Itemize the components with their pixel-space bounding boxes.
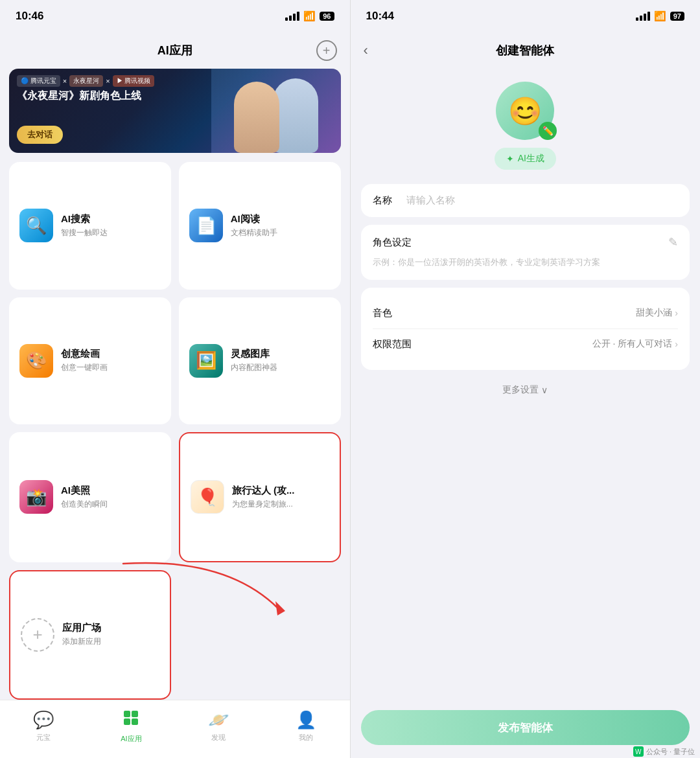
character-2 <box>273 78 318 153</box>
publish-label: 发布智能体 <box>498 720 553 735</box>
ai-photo-icon: 📸 <box>19 480 53 514</box>
right-status-icons: 📶 97 <box>636 10 684 22</box>
more-settings-chevron: ∨ <box>541 385 548 395</box>
banner-title: 《永夜星河》新剧角色上线 <box>17 89 141 103</box>
banner-characters <box>211 69 341 153</box>
role-example-text[interactable]: 示例：你是一位活泼开朗的英语外教，专业定制英语学习方案 <box>373 256 679 270</box>
travel-name: 旅行达人 (攻... <box>232 485 295 497</box>
right-wifi-icon: 📶 <box>654 10 666 22</box>
ai-read-name: AI阅读 <box>231 213 277 225</box>
wifi-icon: 📶 <box>303 10 316 22</box>
travel-desc: 为您量身定制旅... <box>232 499 295 510</box>
name-field-section[interactable]: 名称 请输入名称 <box>361 184 690 217</box>
right-time: 10:44 <box>366 10 394 23</box>
app-card-ai-search[interactable]: 🔍 AI搜索 智搜一触即达 <box>9 162 171 290</box>
ai-search-text: AI搜索 智搜一触即达 <box>61 213 108 238</box>
right-nav-title: 创建智能体 <box>496 43 554 58</box>
watermark: W 公众号 · 量子位 <box>633 746 695 757</box>
wechat-icon: W <box>633 746 644 757</box>
right-nav-header: ‹ 创建智能体 <box>351 32 701 69</box>
publish-button[interactable]: 发布智能体 <box>361 710 690 745</box>
avatar-section: 😊 ✏️ ✦ AI生成 <box>361 75 690 176</box>
nav-item-mine[interactable]: 👤 我的 <box>296 710 316 742</box>
chevron-right-icon-2: › <box>675 339 678 349</box>
nav-item-yuanbao[interactable]: 💬 元宝 <box>33 710 54 742</box>
watermark-text: 公众号 · 量子位 <box>646 747 695 757</box>
discover-label: 发现 <box>211 733 226 742</box>
gallery-icon: 🖼️ <box>189 344 223 378</box>
voice-value: 甜美小涵 › <box>636 307 678 319</box>
app-card-ai-read[interactable]: 📄 AI阅读 文档精读助手 <box>179 162 341 290</box>
app-card-ai-photo[interactable]: 📸 AI美照 创造美的瞬间 <box>9 432 171 562</box>
drawing-desc: 创意一键即画 <box>61 362 108 373</box>
app-card-travel[interactable]: 🎈 旅行达人 (攻... 为您量身定制旅... <box>179 432 341 562</box>
gallery-text: 灵感图库 内容配图神器 <box>231 348 277 373</box>
add-app-name: 应用广场 <box>62 622 101 634</box>
voice-label: 音色 <box>373 307 392 319</box>
yuanbao-label: 元宝 <box>36 733 51 742</box>
ai-search-icon: 🔍 <box>19 209 53 242</box>
add-circle-icon: + <box>21 618 54 652</box>
mine-icon: 👤 <box>296 710 316 730</box>
more-settings-button[interactable]: 更多设置 ∨ <box>361 378 690 402</box>
app-card-gallery[interactable]: 🖼️ 灵感图库 内容配图神器 <box>179 297 341 425</box>
voice-current: 甜美小涵 <box>636 307 672 319</box>
ai-read-text: AI阅读 文档精读助手 <box>231 213 277 238</box>
back-button[interactable]: ‹ <box>364 42 368 59</box>
voice-row[interactable]: 音色 甜美小涵 › <box>373 298 679 329</box>
ai-search-desc: 智搜一触即达 <box>61 227 108 238</box>
role-setting-section: 角色设定 ✎ 示例：你是一位活泼开朗的英语外教，专业定制英语学习方案 <box>361 225 690 280</box>
ai-photo-text: AI美照 创造美的瞬间 <box>61 485 108 510</box>
drawing-name: 创意绘画 <box>61 348 108 360</box>
name-row: 名称 请输入名称 <box>373 194 679 207</box>
svg-rect-1 <box>124 711 130 717</box>
role-label: 角色设定 <box>373 236 412 249</box>
add-app-desc: 添加新应用 <box>62 636 101 647</box>
signal-icon <box>285 12 299 21</box>
app-grid: 🔍 AI搜索 智搜一触即达 📄 AI阅读 文档精读助手 🎨 创意绘画 创意一键即… <box>0 162 350 700</box>
svg-rect-4 <box>132 718 138 725</box>
banner-logos: 🔵 腾讯元宝 × 永夜星河 × ▶ 腾讯视频 <box>17 75 154 87</box>
yuanbao-icon: 💬 <box>33 710 54 730</box>
svg-rect-2 <box>132 711 138 717</box>
drawing-text: 创意绘画 创意一键即画 <box>61 348 108 373</box>
left-status-bar: 10:46 📶 96 <box>0 0 350 32</box>
ai-generate-button[interactable]: ✦ AI生成 <box>495 148 556 170</box>
ai-read-icon: 📄 <box>189 209 223 242</box>
avatar-emoji: 😊 <box>508 95 542 127</box>
left-time: 10:46 <box>16 10 43 23</box>
left-battery: 96 <box>320 12 334 21</box>
role-setting-title: 角色设定 ✎ <box>373 235 679 249</box>
gallery-name: 灵感图库 <box>231 348 277 360</box>
svg-rect-3 <box>124 718 130 725</box>
add-app-text: 应用广场 添加新应用 <box>62 622 101 647</box>
promo-banner[interactable]: 🔵 腾讯元宝 × 永夜星河 × ▶ 腾讯视频 《永夜星河》新剧角色上线 去对话 <box>9 69 341 153</box>
left-nav-title: AI应用 <box>158 43 192 58</box>
ai-star-icon: ✦ <box>506 154 514 164</box>
add-app-button[interactable]: + <box>316 40 337 61</box>
travel-icon: 🎈 <box>191 480 224 514</box>
name-input[interactable]: 请输入名称 <box>406 194 679 207</box>
app-card-drawing[interactable]: 🎨 创意绘画 创意一键即画 <box>9 297 171 425</box>
app-card-add[interactable]: + 应用广场 添加新应用 <box>9 570 171 700</box>
nav-item-ai-apps[interactable]: AI应用 <box>121 709 141 744</box>
left-status-icons: 📶 96 <box>285 10 334 22</box>
banner-cta-button[interactable]: 去对话 <box>17 126 63 144</box>
permission-row[interactable]: 权限范围 公开 · 所有人可对话 › <box>373 329 679 360</box>
left-panel: 10:46 📶 96 AI应用 + 🔵 腾讯元宝 × 永夜星河 × ▶ 腾讯视频 <box>0 0 350 758</box>
permission-label: 权限范围 <box>373 338 412 350</box>
ai-search-name: AI搜索 <box>61 213 108 225</box>
right-status-bar: 10:44 📶 97 <box>351 0 701 32</box>
role-edit-icon[interactable]: ✎ <box>668 235 678 249</box>
nav-item-discover[interactable]: 🪐 发现 <box>208 710 229 742</box>
bottom-nav: 💬 元宝 AI应用 🪐 发现 👤 我的 <box>0 700 350 758</box>
ai-read-desc: 文档精读助手 <box>231 227 277 238</box>
permission-value: 公开 · 所有人可对话 › <box>592 338 678 350</box>
chevron-right-icon: › <box>675 308 678 318</box>
ai-generate-label: AI生成 <box>518 153 544 165</box>
travel-text: 旅行达人 (攻... 为您量身定制旅... <box>232 485 295 510</box>
discover-icon: 🪐 <box>208 710 229 730</box>
right-signal-icon <box>636 12 650 21</box>
right-battery: 97 <box>670 12 684 21</box>
avatar-edit-button[interactable]: ✏️ <box>539 122 557 140</box>
